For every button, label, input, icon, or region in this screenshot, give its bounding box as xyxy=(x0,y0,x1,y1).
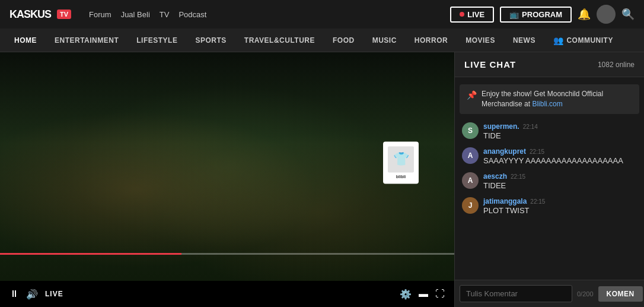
live-chat-panel: LIVE CHAT 1082 online 📌 Enjoy the show! … xyxy=(454,52,644,307)
chat-input[interactable] xyxy=(460,285,572,302)
msg-row: jatimanggala 22:15 xyxy=(483,197,637,205)
pause-button[interactable]: ⏸ xyxy=(9,289,19,299)
msg-username: supermen. xyxy=(483,122,519,131)
program-button[interactable]: 📺 PROGRAM xyxy=(500,7,572,23)
msg-avatar: J xyxy=(462,197,479,214)
msg-username: anangkupret xyxy=(483,147,526,156)
msg-row: aesczh 22:15 xyxy=(483,172,637,181)
pinned-text: Enjoy the show! Get Moonchild Official M… xyxy=(482,89,632,109)
msg-text: SAAAYYYY AAAAAAAAAAAAAAAAAAA xyxy=(483,156,637,165)
msg-text: TIDEE xyxy=(483,181,637,190)
video-progress-bar[interactable] xyxy=(0,253,454,255)
cat-music[interactable]: MUSIC xyxy=(364,29,405,52)
merch-brand: blibli xyxy=(396,175,406,179)
cat-home[interactable]: HOME xyxy=(6,29,45,52)
settings-button[interactable]: ⚙️ xyxy=(400,289,412,300)
cat-horror[interactable]: HORROR xyxy=(406,29,456,52)
merch-shirt-icon: 👕 xyxy=(393,151,409,167)
top-nav: KASKUS TV Forum Jual Beli TV Podcast LIV… xyxy=(0,0,644,29)
live-button[interactable]: LIVE xyxy=(450,7,494,23)
msg-avatar: A xyxy=(462,147,479,164)
fullscreen-button[interactable]: ⛶ xyxy=(435,289,445,299)
nav-forum[interactable]: Forum xyxy=(89,10,111,19)
search-icon[interactable]: 🔍 xyxy=(621,8,635,21)
merch-overlay-card[interactable]: 👕 blibli xyxy=(383,141,419,183)
msg-body: aesczh 22:15 TIDEE xyxy=(483,172,637,190)
chat-message: A anangkupret 22:15 SAAAYYYY AAAAAAAAAAA… xyxy=(455,144,644,169)
video-container[interactable]: 👕 blibli xyxy=(0,52,454,281)
chat-message: J jatimanggala 22:15 PLOT TWIST xyxy=(455,194,644,219)
msg-time: 22:15 xyxy=(511,173,525,180)
msg-time: 22:15 xyxy=(530,148,544,155)
pinned-message: 📌 Enjoy the show! Get Moonchild Official… xyxy=(460,84,639,114)
program-label: PROGRAM xyxy=(522,10,562,19)
video-area: 👕 blibli ⏸ 🔊 LIVE ⚙️ ▬ ⛶ xyxy=(0,52,454,307)
msg-body: jatimanggala 22:15 PLOT TWIST xyxy=(483,197,637,215)
msg-row: anangkupret 22:15 xyxy=(483,147,637,156)
volume-button[interactable]: 🔊 xyxy=(26,289,38,300)
submit-comment-button[interactable]: KOMEN xyxy=(598,286,643,302)
chat-header: LIVE CHAT 1082 online xyxy=(455,52,644,77)
msg-text: TIDE xyxy=(483,131,637,140)
msg-text: PLOT TWIST xyxy=(483,206,637,215)
top-nav-right: LIVE 📺 PROGRAM 🔔 🔍 xyxy=(450,5,635,24)
cat-news[interactable]: NEWS xyxy=(505,29,544,52)
cat-entertainment[interactable]: ENTERTAINMENT xyxy=(46,29,127,52)
cat-community-label: COMMUNITY xyxy=(566,36,613,45)
nav-jualbeli[interactable]: Jual Beli xyxy=(121,10,150,19)
chat-title: LIVE CHAT xyxy=(464,59,516,69)
msg-row: supermen. 22:14 xyxy=(483,122,637,131)
video-progress-fill xyxy=(0,253,181,255)
nav-podcast[interactable]: Podcast xyxy=(178,10,206,19)
cat-food[interactable]: FOOD xyxy=(324,29,363,52)
merch-image: 👕 xyxy=(388,146,414,172)
msg-time: 22:15 xyxy=(530,198,545,205)
msg-username: aesczh xyxy=(483,172,507,181)
logo-area: KASKUS TV xyxy=(9,8,71,21)
msg-body: supermen. 22:14 TIDE xyxy=(483,122,637,140)
cat-movies[interactable]: MOVIES xyxy=(457,29,503,52)
live-status-badge: LIVE xyxy=(45,290,63,298)
miniplayer-button[interactable]: ▬ xyxy=(419,289,428,299)
cat-sports[interactable]: SPORTS xyxy=(187,29,234,52)
nav-tv[interactable]: TV xyxy=(160,10,170,19)
program-icon: 📺 xyxy=(509,10,519,19)
chat-input-area: 0/200 KOMEN xyxy=(455,280,644,307)
live-indicator xyxy=(460,12,464,17)
main-content: 👕 blibli ⏸ 🔊 LIVE ⚙️ ▬ ⛶ LIVE CHAT 1082 … xyxy=(0,52,644,307)
msg-body: anangkupret 22:15 SAAAYYYY AAAAAAAAAAAAA… xyxy=(483,147,637,165)
cat-community[interactable]: 👥 COMMUNITY xyxy=(545,29,621,52)
chat-message: A aesczh 22:15 TIDEE xyxy=(455,169,644,194)
char-count: 0/200 xyxy=(577,290,594,297)
tv-logo[interactable]: TV xyxy=(57,10,71,19)
notification-bell-icon[interactable]: 🔔 xyxy=(578,8,591,21)
category-nav: HOME ENTERTAINMENT LIFESTYLE SPORTS TRAV… xyxy=(0,29,644,52)
chat-messages-list[interactable]: 📌 Enjoy the show! Get Moonchild Official… xyxy=(455,77,644,280)
msg-avatar: S xyxy=(462,122,479,139)
live-label: LIVE xyxy=(467,10,484,19)
msg-username: jatimanggala xyxy=(483,197,527,205)
chat-online-count: 1082 online xyxy=(598,61,635,69)
video-controls: ⏸ 🔊 LIVE ⚙️ ▬ ⛶ xyxy=(0,281,454,307)
pinned-link[interactable]: Blibli.com xyxy=(532,100,562,108)
pin-icon: 📌 xyxy=(467,90,477,100)
msg-time: 22:14 xyxy=(523,124,538,130)
cat-lifestyle[interactable]: LIFESTYLE xyxy=(128,29,186,52)
top-nav-links: Forum Jual Beli TV Podcast xyxy=(89,10,438,19)
community-icon: 👥 xyxy=(553,36,564,45)
kaskus-logo[interactable]: KASKUS xyxy=(9,8,51,21)
cat-travel[interactable]: TRAVEL&CULTURE xyxy=(236,29,323,52)
user-avatar[interactable] xyxy=(597,5,616,24)
msg-avatar: A xyxy=(462,172,479,189)
chat-message: S supermen. 22:14 TIDE xyxy=(455,119,644,144)
